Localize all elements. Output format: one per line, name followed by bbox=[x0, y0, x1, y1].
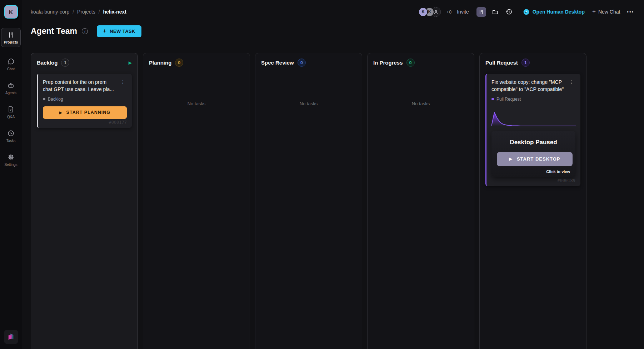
desktop-preview-panel[interactable]: Desktop Paused ▶ START DESKTOP Click to … bbox=[491, 131, 575, 177]
column-pull-request: Pull Request 1 Fix website copy: change … bbox=[479, 53, 586, 349]
clock-icon bbox=[7, 130, 15, 137]
open-human-desktop-label: Open Human Desktop bbox=[533, 9, 585, 15]
plus-icon: + bbox=[103, 27, 106, 35]
breadcrumb-separator: / bbox=[99, 9, 100, 15]
gear-icon bbox=[7, 153, 15, 161]
column-header: Backlog 1 ▶ bbox=[37, 59, 132, 67]
page-title: Agent Team bbox=[31, 26, 77, 36]
task-title: Fix website copy: change "MCP compatible… bbox=[491, 79, 565, 93]
topbar: koala-bunny-corp / Projects / helix-next… bbox=[31, 6, 635, 17]
empty-column-label: No tasks bbox=[149, 101, 244, 106]
column-title: Pull Request bbox=[485, 60, 518, 66]
status-dot bbox=[491, 98, 494, 100]
breadcrumb-org[interactable]: koala-bunny-corp bbox=[31, 9, 69, 15]
task-card-backlog[interactable]: Prep content for the on prem chat GPT us… bbox=[37, 74, 132, 128]
history-view-button[interactable] bbox=[504, 7, 514, 17]
new-chat-button[interactable]: + New Chat bbox=[592, 8, 620, 15]
column-header: Planning 0 bbox=[149, 59, 244, 67]
task-status-tag: Pull Request bbox=[491, 97, 575, 102]
avatar[interactable]: K bbox=[418, 7, 428, 17]
column-count-badge: 0 bbox=[406, 59, 415, 67]
column-in-progress: In Progress 0 No tasks bbox=[367, 53, 474, 349]
click-to-view-hint: Click to view bbox=[497, 170, 570, 174]
start-planning-label: START PLANNING bbox=[66, 110, 111, 115]
status-label: Backlog bbox=[48, 97, 63, 102]
column-count-badge: 1 bbox=[521, 59, 530, 67]
new-task-label: NEW TASK bbox=[110, 29, 135, 34]
sidebar-nav: Projects Chat Agents bbox=[0, 19, 22, 167]
sidebar-item-qa[interactable]: ? Q&A bbox=[7, 106, 15, 119]
column-header: In Progress 0 bbox=[373, 59, 468, 67]
question-doc-icon: ? bbox=[7, 106, 15, 113]
page-header: Agent Team i + NEW TASK bbox=[31, 24, 635, 38]
breadcrumb: koala-bunny-corp / Projects / helix-next bbox=[31, 9, 126, 15]
topbar-actions: K K +0 Invite bbox=[418, 7, 635, 17]
start-desktop-label: START DESKTOP bbox=[517, 156, 560, 162]
robot-icon bbox=[7, 82, 15, 89]
sidebar: K Projects Chat bbox=[0, 0, 22, 349]
task-title: Prep content for the on prem chat GPT us… bbox=[43, 79, 116, 93]
column-count-badge: 1 bbox=[61, 59, 69, 67]
sidebar-item-label: Q&A bbox=[7, 115, 15, 119]
empty-column-label: No tasks bbox=[261, 101, 356, 106]
column-header: Spec Review 0 bbox=[261, 59, 356, 67]
view-switcher bbox=[476, 7, 514, 17]
sidebar-item-label: Projects bbox=[4, 40, 18, 44]
start-desktop-button[interactable]: ▶ START DESKTOP bbox=[497, 152, 573, 166]
status-dot bbox=[43, 98, 45, 100]
workspace-logo[interactable]: K bbox=[4, 5, 18, 19]
activity-sparkline bbox=[491, 110, 576, 127]
kebab-menu-icon[interactable]: ⋮ bbox=[568, 79, 575, 85]
column-title: In Progress bbox=[373, 60, 403, 66]
column-spec-review: Spec Review 0 No tasks bbox=[255, 53, 362, 349]
column-count-badge: 0 bbox=[298, 59, 306, 67]
sidebar-item-settings[interactable]: Settings bbox=[4, 153, 17, 167]
info-icon[interactable]: i bbox=[82, 28, 88, 34]
start-planning-button[interactable]: ▶ START PLANNING bbox=[43, 106, 127, 119]
open-human-desktop-button[interactable]: Open Human Desktop bbox=[523, 9, 585, 15]
invite-button[interactable]: Invite bbox=[457, 9, 469, 15]
breadcrumb-separator: / bbox=[73, 9, 74, 15]
column-count-badge: 0 bbox=[175, 59, 183, 67]
sidebar-item-chat[interactable]: Chat bbox=[7, 58, 15, 71]
column-backlog: Backlog 1 ▶ Prep content for the on prem… bbox=[31, 53, 138, 349]
avatar-group: K K bbox=[418, 7, 441, 17]
board-view-button[interactable] bbox=[476, 7, 486, 17]
sidebar-item-tasks[interactable]: Tasks bbox=[6, 130, 16, 143]
more-menu-button[interactable]: ••• bbox=[625, 9, 635, 15]
sidebar-item-label: Tasks bbox=[6, 139, 16, 143]
plus-icon: + bbox=[592, 8, 596, 15]
column-title: Backlog bbox=[37, 60, 58, 66]
kanban-board: Backlog 1 ▶ Prep content for the on prem… bbox=[31, 53, 635, 349]
sidebar-item-label: Settings bbox=[4, 163, 17, 167]
folder-icon bbox=[492, 9, 499, 15]
sidebar-item-agents[interactable]: Agents bbox=[5, 82, 16, 95]
sidebar-item-label: Agents bbox=[5, 91, 16, 95]
status-label: Pull Request bbox=[496, 97, 521, 102]
breadcrumb-projects[interactable]: Projects bbox=[77, 9, 95, 15]
history-icon bbox=[505, 8, 513, 15]
task-status-tag: Backlog bbox=[43, 97, 127, 102]
task-card-pull-request[interactable]: Fix website copy: change "MCP compatible… bbox=[485, 74, 580, 186]
files-view-button[interactable] bbox=[490, 7, 500, 17]
play-icon: ▶ bbox=[59, 111, 63, 115]
column-planning: Planning 0 No tasks bbox=[143, 53, 250, 349]
breadcrumb-current: helix-next bbox=[103, 9, 126, 15]
app-logo[interactable] bbox=[4, 330, 18, 344]
column-title: Planning bbox=[149, 60, 171, 66]
cube-logo-icon bbox=[6, 332, 16, 342]
new-task-button[interactable]: + NEW TASK bbox=[97, 25, 141, 37]
extra-members-count: +0 bbox=[446, 9, 451, 15]
task-id: #000189 bbox=[491, 178, 575, 183]
desktop-paused-title: Desktop Paused bbox=[497, 139, 570, 146]
compass-icon bbox=[523, 9, 530, 15]
empty-column-label: No tasks bbox=[373, 101, 468, 106]
play-icon: ▶ bbox=[509, 157, 512, 161]
column-header: Pull Request 1 bbox=[485, 59, 580, 67]
column-title: Spec Review bbox=[261, 60, 294, 66]
svg-text:?: ? bbox=[10, 108, 11, 111]
run-column-button[interactable]: ▶ bbox=[129, 61, 132, 65]
task-id: #000177 bbox=[43, 120, 127, 125]
kebab-menu-icon[interactable]: ⋮ bbox=[119, 79, 127, 85]
sidebar-item-projects[interactable]: Projects bbox=[1, 28, 21, 47]
